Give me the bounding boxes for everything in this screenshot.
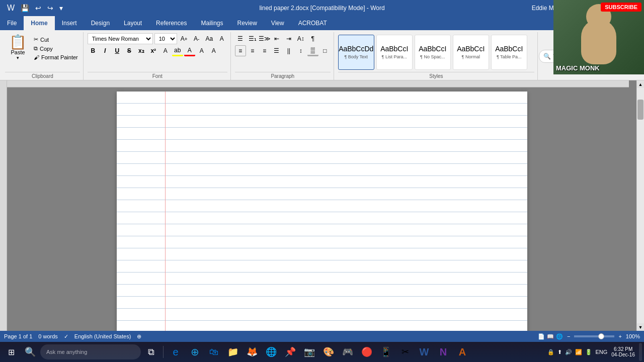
subscribe-button[interactable]: SUBSCRIBE — [601, 3, 641, 12]
app-icon-8[interactable]: 🎮 — [339, 343, 357, 361]
font-shrink-button[interactable]: A- — [191, 33, 202, 44]
tab-design[interactable]: Design — [84, 16, 117, 30]
scroll-thumb[interactable] — [637, 100, 643, 120]
align-center-button[interactable]: ≡ — [247, 45, 258, 56]
multilevel-list-button[interactable]: ☰≫ — [259, 33, 270, 44]
chrome-icon[interactable]: 🌐 — [262, 343, 280, 361]
app-icon-9[interactable]: 🔴 — [358, 343, 376, 361]
font-size-select[interactable]: 10 — [154, 33, 177, 44]
zoom-in-button[interactable]: + — [618, 333, 621, 339]
tab-references[interactable]: References — [149, 16, 194, 30]
scroll-up-button[interactable]: ▲ — [637, 80, 645, 88]
battery-icon[interactable]: 🔋 — [585, 349, 592, 355]
undo-icon[interactable]: ↩ — [33, 3, 43, 13]
tray-icon-2[interactable]: ⬆ — [557, 349, 562, 355]
zoom-slider[interactable] — [574, 335, 614, 337]
shading-button[interactable]: ▒ — [307, 45, 318, 56]
app-icon-11[interactable]: ✂ — [396, 343, 414, 361]
char-shading-button[interactable]: A — [196, 45, 207, 56]
document-area[interactable]: I — [7, 80, 636, 331]
app-icon-10[interactable]: 📱 — [377, 343, 395, 361]
strikethrough-button[interactable]: S — [124, 45, 135, 56]
format-painter-button[interactable]: 🖌 Format Painter — [32, 53, 80, 61]
tab-layout[interactable]: Layout — [117, 16, 149, 30]
network-icon[interactable]: 📶 — [575, 349, 582, 355]
borders-button[interactable]: □ — [319, 45, 331, 56]
paste-button[interactable]: 📋 Paste ▾ — [5, 33, 31, 62]
sticky-notes-icon[interactable]: 📌 — [281, 343, 299, 361]
align-left-button[interactable]: ≡ — [235, 45, 246, 56]
firefox-icon[interactable]: 🦊 — [243, 343, 261, 361]
start-button[interactable]: ⊞ — [2, 343, 20, 361]
app-icon-7[interactable]: 🎨 — [319, 343, 338, 361]
tab-mailings[interactable]: Mailings — [194, 16, 230, 30]
change-case-button[interactable]: Aa — [204, 33, 215, 44]
zoom-out-button[interactable]: − — [567, 333, 570, 339]
font-grow-button[interactable]: A+ — [179, 33, 190, 44]
text-effects-button[interactable]: A — [160, 45, 171, 56]
document-page[interactable]: I — [117, 92, 527, 331]
style-no-spacing[interactable]: AaBbCcI ¶ No Spac... — [415, 35, 451, 70]
print-layout-button[interactable]: 📄 — [538, 333, 545, 340]
clock[interactable]: 6:32 PM 04-Dec-16 — [609, 346, 637, 357]
redo-icon[interactable]: ↪ — [45, 3, 55, 13]
line-spacing-button[interactable]: ↕ — [295, 45, 306, 56]
store-icon[interactable]: 🛍 — [205, 343, 223, 361]
align-right-button[interactable]: ≡ — [259, 45, 270, 56]
numbering-button[interactable]: ☰₁ — [247, 33, 258, 44]
accessibility-icon[interactable]: ⊕ — [137, 333, 141, 340]
tab-view[interactable]: View — [264, 16, 291, 30]
taskbar-search-input[interactable] — [40, 344, 141, 359]
font-name-select[interactable]: Times New Roman — [88, 33, 153, 44]
app-icon-14[interactable]: A — [453, 343, 471, 361]
text-highlight-button[interactable]: ab — [172, 45, 183, 56]
tab-insert[interactable]: Insert — [55, 16, 84, 30]
tab-review[interactable]: Review — [230, 16, 264, 30]
clear-format-button[interactable]: A — [216, 33, 227, 44]
task-view-button[interactable]: ⧉ — [142, 343, 160, 361]
photos-icon[interactable]: 📷 — [300, 343, 318, 361]
font-color-button[interactable]: A — [184, 45, 195, 56]
ie-icon[interactable]: ⊕ — [186, 343, 204, 361]
scroll-track[interactable] — [637, 88, 644, 323]
char-border-button[interactable]: A — [208, 45, 219, 56]
style-body-text[interactable]: AaBbCcDd ¶ Body Text — [338, 35, 374, 70]
bold-button[interactable]: B — [88, 45, 99, 56]
columns-button[interactable]: || — [283, 45, 294, 56]
tray-icon-1[interactable]: 🔒 — [547, 349, 554, 355]
tab-acrobat[interactable]: ACROBAT — [291, 16, 334, 30]
quick-access-dropdown[interactable]: ▾ — [57, 3, 65, 13]
edge-icon[interactable]: e — [167, 343, 185, 361]
lang-indicator[interactable]: ENG — [595, 349, 607, 355]
tab-home[interactable]: Home — [24, 16, 54, 30]
subscript-button[interactable]: x₂ — [136, 45, 147, 56]
underline-button[interactable]: U — [112, 45, 123, 56]
show-hide-button[interactable]: ¶ — [307, 33, 318, 44]
zoom-thumb[interactable] — [598, 333, 604, 339]
copy-button[interactable]: ⧉ Copy — [32, 44, 80, 53]
app-icon-12[interactable]: W — [415, 343, 433, 361]
decrease-indent-button[interactable]: ⇤ — [271, 33, 282, 44]
style-table[interactable]: AaBbCcI ¶ Table Pa... — [491, 35, 527, 70]
bullets-button[interactable]: ☰ — [235, 33, 246, 44]
justify-button[interactable]: ☰ — [271, 45, 282, 56]
vertical-scrollbar[interactable]: ▲ ▼ — [636, 80, 644, 331]
proofing-icon[interactable]: ✓ — [64, 333, 68, 340]
increase-indent-button[interactable]: ⇥ — [283, 33, 294, 44]
italic-button[interactable]: I — [100, 45, 111, 56]
read-mode-button[interactable]: 📖 — [547, 333, 554, 340]
folder-icon[interactable]: 📁 — [224, 343, 242, 361]
web-layout-button[interactable]: 🌐 — [556, 333, 563, 340]
tab-file[interactable]: File — [0, 16, 24, 30]
show-desktop-button[interactable] — [639, 343, 642, 361]
style-list-para[interactable]: AaBbCcI ¶ List Para... — [376, 35, 413, 70]
superscript-button[interactable]: x² — [148, 45, 159, 56]
paste-dropdown[interactable]: ▾ — [17, 55, 19, 60]
taskbar-search-icon[interactable]: 🔍 — [21, 343, 39, 361]
tray-icon-3[interactable]: 🔊 — [565, 349, 572, 355]
style-normal[interactable]: AaBbCcI ¶ Normal — [453, 35, 489, 70]
cut-button[interactable]: ✂ Cut — [32, 35, 80, 44]
save-icon[interactable]: 💾 — [19, 3, 31, 13]
scroll-down-button[interactable]: ▼ — [637, 323, 645, 331]
language[interactable]: English (United States) — [74, 333, 131, 339]
